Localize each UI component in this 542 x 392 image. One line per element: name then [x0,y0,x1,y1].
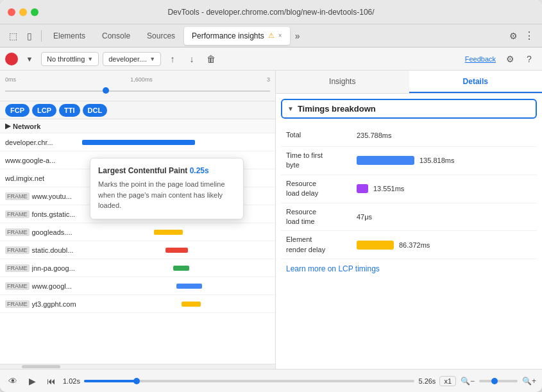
settings-gear-icon[interactable]: ⚙ [507,31,520,41]
row-bar-area [109,241,271,259]
row-url: static.doubl... [32,246,109,254]
horizontal-scrollbar[interactable] [0,364,275,369]
tab-elements[interactable]: Elements [46,27,93,45]
chip-fcp[interactable]: FCP [5,104,30,117]
record-button[interactable] [5,53,18,65]
mini-bar [176,284,202,289]
row-url: googleads.... [32,228,109,236]
minimize-button[interactable] [19,8,27,16]
zoom-in-icon[interactable]: 🔍+ [521,373,537,389]
tab-console[interactable]: Console [94,27,138,45]
zoom-thumb[interactable] [491,378,498,384]
frame-badge: FRAME [5,210,30,218]
screenshot-eye-icon[interactable]: 👁 [5,373,21,389]
network-header[interactable]: ▶ Network [0,119,275,133]
timing-value: 47μs [357,213,372,221]
end-time: 5.26s [418,377,436,385]
timeline-scrubber[interactable] [5,85,270,96]
timing-bar-area: 135.818ms [357,156,532,165]
network-row[interactable]: FRAME yt3.ggpht.com [0,295,275,313]
bottom-bar: 👁 ▶ ⏮ 1.02s 5.26s x1 🔍− 🔍+ [0,369,542,392]
scrubber-line [5,90,270,92]
zoom-slider[interactable] [479,380,518,382]
timing-row-erd: Element render delay 86.372ms [281,231,537,259]
network-row[interactable]: FRAME static.doubl... [0,241,275,259]
network-row[interactable]: FRAME googleads.... [0,223,275,241]
row-url: developer.chr... [5,139,82,146]
breakdown-chevron-icon: ▼ [287,105,294,112]
network-row[interactable]: developer.chr... [0,133,275,151]
network-row[interactable]: FRAME jnn-pa.goog... [0,259,275,277]
timing-bar-area: 235.788ms [357,132,532,139]
panel-tabs: Insights Details [276,71,542,94]
scrubber-handle[interactable] [103,87,109,94]
network-collapse-icon: ▶ [5,122,10,130]
ruler-end: 3 [267,76,270,83]
main-content: 0ms 1,600ms 3 FCP LCP [0,71,542,369]
throttle-dropdown[interactable]: No throttling ▼ [41,52,99,66]
row-bar-area [109,259,271,277]
frame-badge: FRAME [5,264,30,272]
chip-dcl[interactable]: DCL [83,104,108,117]
device-icon[interactable]: ▯ [22,28,37,44]
maximize-button[interactable] [31,8,38,16]
mini-bar [82,140,195,145]
more-options-icon[interactable]: ⋮ [521,30,537,42]
timing-label: Time to first byte [286,151,357,171]
panel-body: ▼ Timings breakdown Total 235.788ms Time… [276,94,542,369]
timings-breakdown-header[interactable]: ▼ Timings breakdown [281,99,537,119]
tab-performance[interactable]: Performance insights ⚠ × [184,27,290,45]
record-dropdown-icon[interactable]: ▼ [22,51,37,67]
devtools-window: DevTools - developer.chrome.com/blog/new… [0,0,542,392]
row-bar-area [109,277,271,294]
toolbar-settings-icon[interactable]: ⚙ [502,51,518,67]
learn-more-link[interactable]: Learn more on LCP timings [281,259,537,278]
play-button[interactable]: ▶ [24,373,40,389]
chip-lcp[interactable]: LCP [32,104,56,117]
right-panel: Insights Details ▼ Timings breakdown Tot… [276,71,542,369]
timing-value: 235.788ms [357,132,391,139]
download-button[interactable]: ↓ [184,51,199,67]
timing-label: Resource load time [286,207,357,227]
tab-close-icon[interactable]: × [278,32,282,39]
zoom-out-icon[interactable]: 🔍− [460,373,475,389]
close-button[interactable] [8,8,15,16]
ruler-mid: 1,600ms [130,76,153,83]
timing-row-ttfb: Time to first byte 135.818ms [281,147,537,175]
url-dropdown[interactable]: developer.... ▼ [103,52,161,66]
playback-slider[interactable] [84,380,415,382]
titlebar: DevTools - developer.chrome.com/blog/new… [0,0,542,24]
tab-insights[interactable]: Insights [276,71,409,93]
network-section: ▶ Network developer.chr... www.google-a.… [0,119,275,369]
frame-badge: FRAME [5,282,30,290]
speed-badge[interactable]: x1 [439,376,456,386]
tab-overflow-button[interactable]: » [291,31,304,41]
mini-bar [165,248,188,253]
scrollbar-thumb[interactable] [22,365,60,368]
url-dropdown-arrow: ▼ [149,56,155,62]
skip-back-button[interactable]: ⏮ [44,373,59,389]
playback-slider-fill [84,380,137,382]
tab-details[interactable]: Details [409,71,543,93]
feedback-link[interactable]: Feedback [462,55,498,63]
row-url: www.googl... [32,282,109,290]
timing-bar [357,241,394,250]
row-bar-area [82,133,270,151]
chip-tti[interactable]: TTI [59,104,80,117]
inspect-icon[interactable]: ⬚ [5,28,21,44]
tooltip-value: 0.25s [190,166,209,175]
trash-button[interactable]: 🗑 [203,51,219,67]
row-bar-area [109,223,271,241]
toolbar-help-icon[interactable]: ? [521,51,537,67]
timing-bar-area: 13.551ms [357,184,532,193]
tab-bar: ⬚ ▯ Elements Console Sources Performance… [0,24,542,47]
network-row[interactable]: FRAME www.googl... [0,277,275,295]
ruler-start: 0ms [5,76,16,83]
tab-sources[interactable]: Sources [139,27,183,45]
upload-button[interactable]: ↑ [165,51,180,67]
timeline-ruler: 0ms 1,600ms 3 [5,76,270,83]
timing-bar-area: 47μs [357,213,532,221]
playback-slider-thumb[interactable] [133,378,140,384]
tooltip-title: Largest Contentful Paint 0.25s [98,166,235,175]
breakdown-title: Timings breakdown [298,104,376,114]
